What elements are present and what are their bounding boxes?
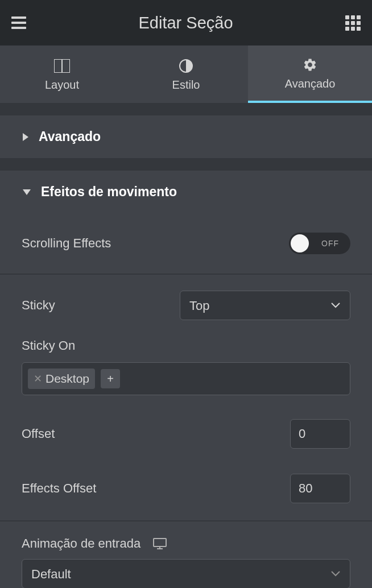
tab-label: Estilo	[172, 78, 200, 92]
chevron-right-icon	[23, 133, 28, 141]
tab-label: Layout	[45, 78, 79, 92]
svg-rect-3	[154, 539, 166, 546]
tab-style[interactable]: Estilo	[124, 45, 248, 103]
tab-label: Avançado	[285, 77, 336, 90]
sticky-select-wrap: Top	[180, 291, 350, 320]
chevron-down-icon	[23, 189, 31, 195]
motion-effects-content: Scrolling Effects OFF Sticky Top Sticky …	[0, 213, 372, 588]
section-title: Efeitos de movimento	[41, 184, 177, 200]
menu-icon[interactable]	[11, 16, 26, 29]
scrolling-effects-label: Scrolling Effects	[22, 236, 111, 251]
tag-desktop: ✕ Desktop	[28, 368, 95, 389]
toggle-knob	[291, 234, 309, 252]
sticky-on-block: Sticky On ✕ Desktop +	[0, 333, 372, 407]
effects-offset-row: Effects Offset	[0, 461, 372, 520]
entrance-animation-label: Animação de entrada	[22, 536, 140, 551]
effects-offset-input[interactable]	[290, 474, 350, 503]
tag-remove-icon[interactable]: ✕	[34, 372, 42, 385]
entrance-animation-label-row: Animação de entrada	[22, 536, 350, 551]
contrast-icon	[179, 59, 193, 73]
panel-header: Editar Seção	[0, 0, 372, 45]
sticky-label: Sticky	[22, 298, 55, 313]
entrance-animation-select[interactable]: Default	[22, 559, 350, 588]
gear-icon	[303, 58, 317, 72]
offset-label: Offset	[22, 426, 55, 441]
desktop-icon[interactable]	[153, 538, 167, 549]
panel-title: Editar Seção	[138, 14, 233, 32]
sticky-on-label: Sticky On	[22, 338, 350, 353]
section-motion-header[interactable]: Efeitos de movimento	[0, 171, 372, 213]
entrance-animation-block: Animação de entrada Default	[0, 521, 372, 588]
offset-input[interactable]	[290, 419, 350, 449]
spacer	[0, 158, 372, 171]
scrolling-effects-row: Scrolling Effects OFF	[0, 213, 372, 274]
tag-add-button[interactable]: +	[101, 369, 120, 388]
offset-row: Offset	[0, 407, 372, 461]
columns-icon	[54, 59, 70, 73]
apps-grid-icon[interactable]	[345, 15, 361, 31]
spacer	[0, 103, 372, 115]
section-advanced-header[interactable]: Avançado	[0, 115, 372, 158]
tag-label: Desktop	[46, 372, 89, 386]
sticky-select[interactable]: Top	[180, 291, 350, 320]
effects-offset-label: Effects Offset	[22, 481, 96, 496]
entrance-animation-select-wrap: Default	[22, 559, 350, 588]
tab-advanced[interactable]: Avançado	[248, 45, 372, 103]
scrolling-effects-toggle[interactable]: OFF	[289, 233, 350, 254]
tabs: Layout Estilo Avançado	[0, 45, 372, 103]
toggle-state: OFF	[321, 239, 339, 248]
section-title: Avançado	[39, 129, 101, 144]
sticky-row: Sticky Top	[0, 275, 372, 333]
sticky-on-tags[interactable]: ✕ Desktop +	[22, 362, 350, 395]
tab-layout[interactable]: Layout	[0, 45, 124, 103]
